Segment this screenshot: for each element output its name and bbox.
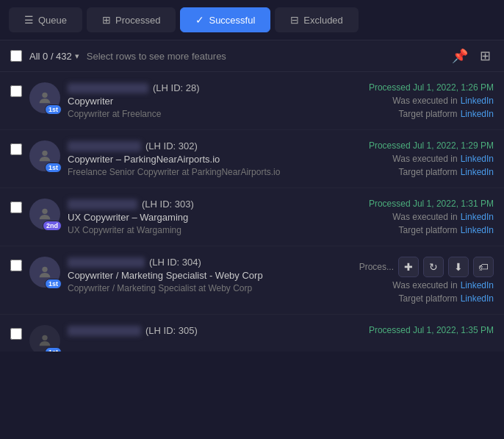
svg-point-0 [42,93,47,98]
item-main-4: (LH ID: 304) Copywriter / Marketing Spec… [68,257,332,293]
item-checkbox-2[interactable] [10,143,22,155]
pin-button[interactable]: 📌 [449,46,471,65]
name-row-3: (LH ID: 303) [68,199,332,210]
select-hint: Select rows to see more features [87,51,442,62]
badge-3: 2nd [43,221,62,231]
download-action-button[interactable]: ⬇ [448,257,469,277]
svg-point-3 [42,267,47,272]
processing-text-4: Proces... [359,262,394,272]
tab-queue[interactable]: ☰ Queue [9,7,82,32]
tab-excluded[interactable]: ⊟ Excluded [275,7,358,32]
item-title-2: Copywriter – ParkingNearAirports.io [68,154,332,165]
toolbar-actions: 📌 ⊞ [449,46,494,65]
item-title-1: Copywriter [68,96,332,107]
badge-2: 1st [45,163,62,173]
count-label: All 0 / 432 [29,51,72,62]
item-title-4: Copywriter / Marketing Specialist - Weby… [68,270,332,281]
item-checkbox-1[interactable] [10,85,22,97]
select-count[interactable]: All 0 / 432 ▾ [29,51,79,62]
lh-id-1: (LH ID: 28) [153,82,200,93]
tab-queue-label: Queue [38,15,67,26]
target-prefix-2: Target platform [399,167,458,177]
item-checkbox-5[interactable] [10,328,22,340]
item-subtitle-1: Copywriter at Freelance [68,109,332,119]
action-icons-4: ✚ ↻ ⬇ 🏷 [398,257,494,277]
svg-point-4 [42,335,47,340]
avatar-wrap-1: 1st [29,82,60,113]
item-title-3: UX Copywriter – Wargaming [68,212,332,223]
item-checkbox-4[interactable] [10,260,22,271]
item-main-1: (LH ID: 28) Copywriter Copywriter at Fre… [68,82,332,119]
grid-icon: ⊞ [480,49,491,63]
exec-prefix-2: Was executed in [392,154,457,164]
item-subtitle-2: Freelance Senior Copywriter at ParkingNe… [68,167,332,177]
target-row-3: Target platform LinkedIn [399,225,494,235]
svg-point-2 [42,209,47,214]
name-row-2: (LH ID: 302) [68,140,332,151]
badge-4: 1st [45,279,62,289]
processed-label-2: Processed Jul 1, 2022, 1:29 PM [369,140,494,151]
list-item: 2nd (LH ID: 303) UX Copywriter – Wargami… [0,188,504,246]
exec-prefix-1: Was executed in [392,96,457,106]
target-prefix-3: Target platform [399,225,458,235]
name-row-1: (LH ID: 28) [68,82,332,93]
queue-icon: ☰ [24,14,34,26]
exec-row-3: Was executed in LinkedIn [392,212,494,222]
item-checkbox-3[interactable] [10,201,22,213]
target-row-2: Target platform LinkedIn [399,167,494,177]
avatar-wrap-3: 2nd [29,199,60,229]
tab-successful[interactable]: ✓ Successful [180,7,270,32]
exec-row-1: Was executed in LinkedIn [392,96,494,106]
item-main-2: (LH ID: 302) Copywriter – ParkingNearAir… [68,140,332,177]
name-row-4: (LH ID: 304) [68,257,332,268]
target-row-1: Target platform LinkedIn [399,109,494,119]
name-row-5: (LH ID: 305) [68,325,332,336]
exec-platform-4: LinkedIn [461,280,494,290]
badge-1: 1st [45,104,62,115]
tab-successful-label: Successful [209,15,255,26]
refresh-action-button[interactable]: ↻ [423,257,444,277]
items-list: 1st (LH ID: 28) Copywriter Copywriter at… [0,72,504,351]
item-subtitle-4: Copywriter / Marketing Specialist at Web… [68,283,332,293]
target-platform-4: LinkedIn [461,293,494,304]
processed-label-5: Processed Jul 1, 2022, 1:35 PM [369,325,494,335]
lh-id-5: (LH ID: 305) [145,325,198,336]
exec-prefix-3: Was executed in [392,212,457,222]
item-right-1: Processed Jul 1, 2022, 1:26 PM Was execu… [339,82,494,119]
name-blur-2 [68,141,141,151]
lh-id-3: (LH ID: 303) [142,199,194,210]
lh-id-2: (LH ID: 302) [145,140,198,151]
exec-platform-3: LinkedIn [461,212,494,222]
item-main-5: (LH ID: 305) [68,325,332,338]
list-item: 1st (LH ID: 302) Copywriter – ParkingNea… [0,130,504,188]
item-right-4: Proces... ✚ ↻ ⬇ 🏷 Was executed in Linked… [339,257,494,304]
target-row-4: Target platform LinkedIn [399,293,494,304]
processed-label-1: Processed Jul 1, 2022, 1:26 PM [369,82,494,93]
badge-5: 1st [45,347,62,351]
chevron-down-icon: ▾ [75,51,79,61]
exec-row-2: Was executed in LinkedIn [392,154,494,164]
pin-icon: 📌 [452,49,468,63]
exec-row-4: Was executed in LinkedIn [392,280,494,290]
add-action-button[interactable]: ✚ [398,257,419,277]
avatar-wrap-5: 1st [29,325,60,351]
excluded-icon: ⊟ [290,14,299,26]
toolbar: All 0 / 432 ▾ Select rows to see more fe… [0,40,504,72]
avatar-wrap-2: 1st [29,140,60,171]
tag-action-button[interactable]: 🏷 [473,257,494,277]
tab-bar: ☰ Queue ⊞ Processed ✓ Successful ⊟ Exclu… [0,0,504,40]
item-main-3: (LH ID: 303) UX Copywriter – Wargaming U… [68,199,332,235]
tab-processed[interactable]: ⊞ Processed [87,7,176,32]
svg-point-1 [42,151,47,156]
name-blur-5 [68,326,141,336]
target-platform-1: LinkedIn [461,109,494,119]
processed-label-3: Processed Jul 1, 2022, 1:31 PM [369,199,494,209]
item-subtitle-3: UX Copywriter at Wargaming [68,225,332,235]
grid-button[interactable]: ⊞ [477,46,494,65]
exec-platform-2: LinkedIn [461,154,494,164]
list-item: 1st (LH ID: 304) Copywriter / Marketing … [0,246,504,315]
name-blur-4 [68,257,145,268]
name-blur-3 [68,199,137,210]
tab-excluded-label: Excluded [303,15,342,26]
select-all-checkbox[interactable] [10,50,22,62]
